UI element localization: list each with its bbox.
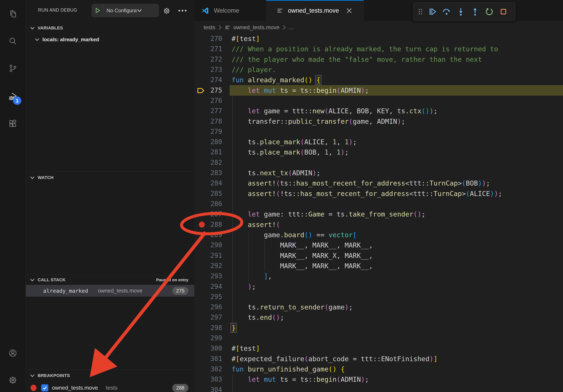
tab-label: owned_tests.move (288, 7, 339, 14)
line-number[interactable]: 276 (194, 95, 222, 106)
code-line-278[interactable]: 278 transfer::public_transfer(game, ADMI… (194, 116, 563, 127)
code-line-292[interactable]: 292 MARK__, MARK__, MARK__, (194, 261, 563, 271)
tab-welcome[interactable]: Welcome (194, 0, 266, 21)
chevron-down-icon (30, 278, 35, 281)
variables-locals-item[interactable]: locals: already_marked (26, 34, 194, 45)
code-line-272[interactable]: 272/// the player who made the "false" m… (194, 54, 563, 65)
debug-settings-gear-icon[interactable] (163, 7, 170, 15)
move-file-icon (277, 7, 284, 14)
breakpoint-folder-name: tests (106, 385, 117, 391)
code-text: /// When a position is already marked, t… (194, 44, 563, 54)
code-line-283[interactable]: 283 ts.next_tx(ADMIN); (194, 168, 563, 178)
code-line-291[interactable]: 291 MARK__, MARK_X, MARK__, (194, 250, 563, 261)
code-line-273[interactable]: 273/// player. (194, 65, 563, 75)
code-text: game.board() == vector[ (194, 230, 563, 240)
code-text: assert!( (194, 220, 563, 230)
code-line-304[interactable]: 304 (194, 385, 563, 392)
chevron-down-icon (30, 176, 35, 179)
toolbar-drag-handle[interactable] (415, 5, 425, 19)
line-number[interactable]: 299 (194, 333, 222, 343)
code-text: #[expected_failure(abort_code = ttt::ENo… (194, 354, 563, 364)
variables-section-header[interactable]: VARIABLES (26, 22, 194, 34)
line-number[interactable]: 295 (194, 292, 222, 302)
code-line-277[interactable]: 277 let game = ttt::new(ALICE, BOB, KEY,… (194, 106, 563, 116)
breakpoints-section-label: BREAKPOINTS (38, 373, 70, 378)
step-out-button[interactable] (468, 5, 482, 19)
code-line-298[interactable]: 298} (194, 323, 563, 333)
code-line-302[interactable]: 302fun burn_unfinished_game() { (194, 364, 563, 374)
code-line-294[interactable]: 294 ); (194, 281, 563, 292)
play-icon (94, 7, 101, 14)
code-line-300[interactable]: 300#[test] (194, 343, 563, 353)
line-number[interactable]: 286 (194, 199, 222, 209)
code-line-295[interactable]: 295 (194, 292, 563, 302)
code-text: assert!(ts::has_most_recent_for_address<… (194, 178, 563, 188)
more-actions-icon[interactable] (178, 9, 187, 13)
step-into-button[interactable] (454, 5, 468, 19)
code-line-284[interactable]: 284 assert!(ts::has_most_recent_for_addr… (194, 178, 563, 188)
code-line-289[interactable]: 289 game.board() == vector[ (194, 230, 563, 240)
breakpoint-checkbox[interactable] (41, 384, 48, 392)
code-line-276[interactable]: 276 (194, 95, 563, 106)
breakpoint-row[interactable]: owned_tests.move tests 288 (26, 382, 194, 392)
code-line-286[interactable]: 286 (194, 199, 563, 209)
code-line-279[interactable]: 279 (194, 127, 563, 137)
code-line-275[interactable]: 275 let mut ts = ts::begin(ADMIN); (194, 85, 563, 95)
indent-guide (232, 95, 233, 106)
call-stack-section-header[interactable]: CALL STACK Paused on entry (26, 275, 194, 285)
explorer-icon[interactable] (8, 9, 17, 18)
code-text: let game = ttt::new(ALICE, BOB, KEY, ts.… (194, 106, 563, 116)
tab-owned-tests-move[interactable]: owned_tests.move (266, 0, 364, 21)
code-line-274[interactable]: 274fun already_marked() { (194, 75, 563, 85)
indent-guide (232, 199, 233, 209)
step-out-icon (470, 7, 480, 16)
code-line-287[interactable]: 287 let game: ttt::Game = ts.take_from_s… (194, 209, 563, 219)
code-line-285[interactable]: 285 assert!(!ts::has_most_recent_for_add… (194, 188, 563, 199)
code-line-296[interactable]: 296 ts.return_to_sender(game); (194, 302, 563, 312)
code-text: let mut ts = ts::begin(ADMIN); (194, 374, 563, 384)
code-line-293[interactable]: 293 ], (194, 271, 563, 281)
line-number[interactable]: 304 (194, 385, 222, 392)
chevron-down-icon (30, 27, 35, 30)
indent-guide (232, 385, 233, 392)
breadcrumb-item-symbol[interactable]: ... (289, 24, 294, 31)
code-line-288[interactable]: 288 assert!( (194, 220, 563, 230)
continue-button[interactable] (425, 5, 439, 19)
code-line-299[interactable]: 299 (194, 333, 563, 343)
search-icon[interactable] (8, 37, 17, 46)
code-line-281[interactable]: 281 ts.place_mark(BOB, 1, 1); (194, 147, 563, 157)
restart-button[interactable] (482, 5, 496, 19)
indent-guide (232, 157, 233, 168)
run-and-debug-sidebar: RUN AND DEBUG No Configura (26, 0, 194, 392)
debug-session-count-badge: 1 (13, 96, 21, 105)
chevron-down-icon (137, 9, 142, 12)
call-stack-frame-row[interactable]: already_marked owned_tests.move 275 (26, 285, 194, 297)
code-line-280[interactable]: 280 ts.place_mark(ALICE, 1, 1); (194, 137, 563, 147)
code-text: fun burn_unfinished_game() { (194, 364, 563, 374)
settings-gear-icon[interactable] (8, 376, 17, 385)
source-control-icon[interactable] (8, 64, 17, 73)
step-over-button[interactable] (439, 5, 454, 19)
code-line-290[interactable]: 290 MARK__, MARK__, MARK__, (194, 240, 563, 250)
breakpoints-section-header[interactable]: BREAKPOINTS (26, 370, 194, 381)
code-line-301[interactable]: 301#[expected_failure(abort_code = ttt::… (194, 354, 563, 364)
breakpoint-file-name: owned_tests.move (52, 385, 98, 391)
breadcrumb-item-file[interactable]: owned_tests.move (233, 24, 279, 31)
stop-button[interactable] (496, 5, 511, 19)
start-debug-button[interactable] (92, 4, 103, 17)
watch-section-header[interactable]: WATCH (26, 171, 194, 184)
close-icon[interactable] (346, 8, 352, 13)
code-line-282[interactable]: 282 (194, 157, 563, 168)
breadcrumb-item-tests[interactable]: tests (204, 24, 215, 31)
extensions-icon[interactable] (8, 119, 17, 128)
code-line-270[interactable]: 270#[test] (194, 34, 563, 44)
account-icon[interactable] (8, 349, 17, 358)
code-line-297[interactable]: 297 ts.end(); (194, 312, 563, 323)
launch-config-dropdown[interactable]: No Configura (92, 4, 159, 17)
code-line-271[interactable]: 271/// When a position is already marked… (194, 44, 563, 54)
code-text: fun already_marked() { (194, 75, 563, 85)
line-number[interactable]: 279 (194, 127, 222, 137)
line-number[interactable]: 282 (194, 157, 222, 168)
indent-guide (232, 292, 233, 302)
code-line-303[interactable]: 303 let mut ts = ts::begin(ADMIN); (194, 374, 563, 384)
